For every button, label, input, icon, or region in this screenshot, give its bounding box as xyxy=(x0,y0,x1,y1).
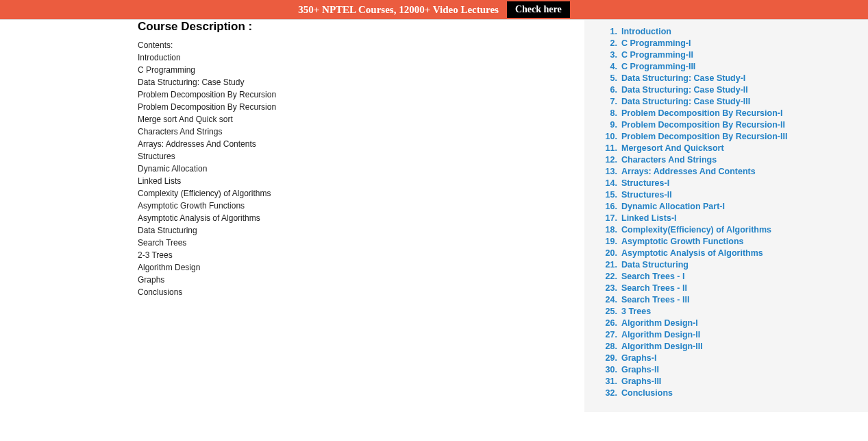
topic-item: 22.Search Trees - I xyxy=(598,270,854,282)
topic-link[interactable]: Structures-II xyxy=(621,190,672,200)
topic-number: 14. xyxy=(598,178,617,188)
topics-list: 1.Introduction2.C Programming-I3.C Progr… xyxy=(598,25,854,398)
topic-number: 17. xyxy=(598,213,617,223)
description-line: Problem Decomposition By Recursion xyxy=(138,88,584,101)
topic-number: 22. xyxy=(598,272,617,281)
description-line: 2-3 Trees xyxy=(138,249,584,261)
topic-link[interactable]: Dynamic Allocation Part-I xyxy=(621,202,725,211)
topic-number: 16. xyxy=(598,202,617,211)
topic-number: 12. xyxy=(598,155,617,165)
topic-item: 4.C Programming-III xyxy=(598,60,854,72)
topic-link[interactable]: Data Structuring: Case Study-I xyxy=(621,73,745,83)
topic-item: 10.Problem Decomposition By Recursion-II… xyxy=(598,130,854,142)
topic-link[interactable]: Arrays: Addresses And Contents xyxy=(621,167,756,176)
topic-link[interactable]: Search Trees - I xyxy=(621,272,684,281)
topic-number: 30. xyxy=(598,365,617,374)
description-line: Asymptotic Growth Functions xyxy=(138,200,584,212)
topic-number: 13. xyxy=(598,167,617,176)
topic-link[interactable]: Linked Lists-I xyxy=(621,213,677,223)
topic-item: 26.Algorithm Design-I xyxy=(598,317,854,329)
topic-link[interactable]: C Programming-I xyxy=(621,38,691,48)
topic-number: 29. xyxy=(598,353,617,363)
course-description-body: Contents:IntroductionC ProgrammingData S… xyxy=(138,39,584,298)
topic-link[interactable]: Graphs-II xyxy=(621,365,659,374)
topic-link[interactable]: Graphs-III xyxy=(621,377,661,386)
topic-item: 6.Data Structuring: Case Study-II xyxy=(598,84,854,95)
topic-link[interactable]: Data Structuring xyxy=(621,260,689,270)
topic-item: 25.3 Trees xyxy=(598,305,854,317)
description-line: Asymptotic Analysis of Algorithms xyxy=(138,212,584,224)
topic-item: 24.Search Trees - III xyxy=(598,294,854,305)
description-line: Structures xyxy=(138,150,584,163)
topic-link[interactable]: Algorithm Design-I xyxy=(621,318,698,328)
description-line: Search Trees xyxy=(138,237,584,249)
topic-item: 1.Introduction xyxy=(598,25,854,37)
topic-link[interactable]: Algorithm Design-III xyxy=(621,342,703,351)
topic-link[interactable]: C Programming-II xyxy=(621,50,693,60)
description-line: Algorithm Design xyxy=(138,261,584,274)
topic-number: 21. xyxy=(598,260,617,270)
topic-number: 19. xyxy=(598,237,617,246)
topic-link[interactable]: Data Structuring: Case Study-II xyxy=(621,85,748,95)
topic-link[interactable]: Complexity(Efficiency) of Algorithms xyxy=(621,225,771,235)
topic-link[interactable]: Conclusions xyxy=(621,388,673,398)
topic-number: 31. xyxy=(598,377,617,386)
topic-number: 24. xyxy=(598,295,617,305)
top-banner: 350+ NPTEL Courses, 12000+ Video Lecture… xyxy=(0,0,868,20)
topic-link[interactable]: Graphs-I xyxy=(621,353,656,363)
topic-number: 4. xyxy=(598,62,617,71)
topic-link[interactable]: C Programming-III xyxy=(621,62,695,71)
description-line: Problem Decomposition By Recursion xyxy=(138,101,584,113)
description-line: Conclusions xyxy=(138,286,584,298)
topic-number: 26. xyxy=(598,318,617,328)
topic-item: 3.C Programming-II xyxy=(598,49,854,60)
topic-number: 9. xyxy=(598,120,617,130)
topic-item: 9.Problem Decomposition By Recursion-II xyxy=(598,119,854,130)
topic-number: 18. xyxy=(598,225,617,235)
description-line: Graphs xyxy=(138,274,584,286)
check-here-button[interactable]: Check here xyxy=(507,1,570,18)
topic-link[interactable]: 3 Trees xyxy=(621,307,651,316)
topic-item: 23.Search Trees - II xyxy=(598,282,854,294)
topic-item: 21.Data Structuring xyxy=(598,259,854,270)
topic-link[interactable]: Algorithm Design-II xyxy=(621,330,700,339)
topic-item: 15.Structures-II xyxy=(598,189,854,200)
topic-item: 17.Linked Lists-I xyxy=(598,212,854,224)
topic-item: 12.Characters And Strings xyxy=(598,154,854,165)
topic-number: 25. xyxy=(598,307,617,316)
topic-number: 20. xyxy=(598,248,617,258)
topic-link[interactable]: Problem Decomposition By Recursion-II xyxy=(621,120,785,130)
topic-item: 11.Mergesort And Quicksort xyxy=(598,142,854,154)
topic-number: 1. xyxy=(598,27,617,36)
description-line: Introduction xyxy=(138,51,584,64)
topic-number: 10. xyxy=(598,132,617,141)
topic-link[interactable]: Search Trees - III xyxy=(621,295,689,305)
topic-link[interactable]: Asymptotic Growth Functions xyxy=(621,237,743,246)
topic-link[interactable]: Data Structuring: Case Study-III xyxy=(621,97,750,106)
course-description-section: Course Description : Contents:Introducti… xyxy=(0,20,584,412)
description-line: Merge sort And Quick sort xyxy=(138,113,584,126)
topics-sidebar: 1.Introduction2.C Programming-I3.C Progr… xyxy=(584,20,868,412)
topic-item: 20.Asymptotic Analysis of Algorithms xyxy=(598,247,854,259)
topic-item: 8.Problem Decomposition By Recursion-I xyxy=(598,107,854,119)
topic-number: 28. xyxy=(598,342,617,351)
content-area: Course Description : Contents:Introducti… xyxy=(0,20,868,412)
description-line: Arrays: Addresses And Contents xyxy=(138,138,584,150)
topic-link[interactable]: Problem Decomposition By Recursion-I xyxy=(621,108,782,118)
topic-item: 16.Dynamic Allocation Part-I xyxy=(598,200,854,212)
topic-number: 3. xyxy=(598,50,617,60)
topic-link[interactable]: Structures-I xyxy=(621,178,669,188)
topic-item: 2.C Programming-I xyxy=(598,37,854,49)
topic-link[interactable]: Characters And Strings xyxy=(621,155,717,165)
topic-link[interactable]: Search Trees - II xyxy=(621,283,687,293)
topic-link[interactable]: Problem Decomposition By Recursion-III xyxy=(621,132,787,141)
topic-item: 28.Algorithm Design-III xyxy=(598,340,854,352)
topic-link[interactable]: Introduction xyxy=(621,27,671,36)
topic-number: 5. xyxy=(598,73,617,83)
topic-item: 27.Algorithm Design-II xyxy=(598,329,854,340)
topic-item: 30.Graphs-II xyxy=(598,363,854,375)
topic-number: 8. xyxy=(598,108,617,118)
topic-number: 11. xyxy=(598,143,617,153)
topic-link[interactable]: Mergesort And Quicksort xyxy=(621,143,724,153)
topic-link[interactable]: Asymptotic Analysis of Algorithms xyxy=(621,248,763,258)
